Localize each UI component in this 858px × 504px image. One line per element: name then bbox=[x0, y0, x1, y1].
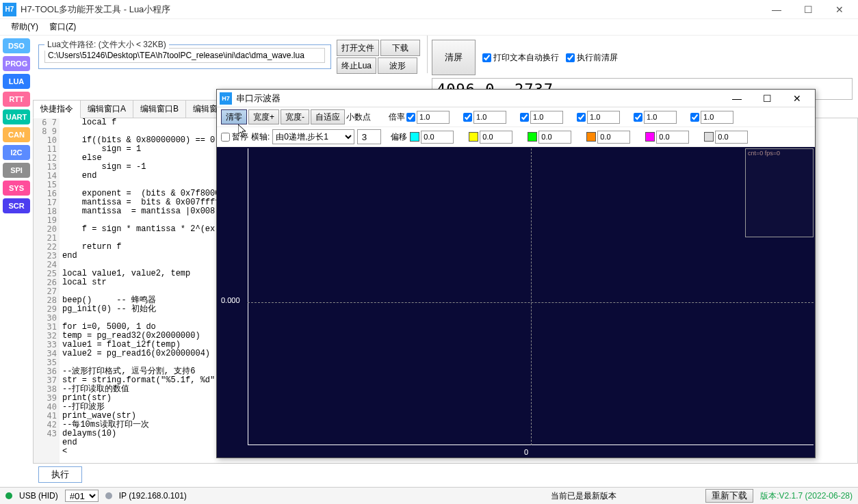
osc-ch4-rate[interactable] bbox=[587, 111, 620, 124]
side-btn-i2c[interactable]: I2C bbox=[3, 145, 30, 160]
tab-0[interactable]: 快捷指令 bbox=[33, 100, 81, 118]
minimize-button[interactable]: — bbox=[761, 0, 792, 19]
side-btn-can[interactable]: CAN bbox=[3, 127, 30, 142]
ip-status-icon bbox=[105, 492, 112, 499]
osc-ch2-rate[interactable] bbox=[473, 111, 506, 124]
osc-close-button[interactable]: ✕ bbox=[782, 90, 812, 107]
osc-ch2-swatch bbox=[469, 132, 478, 142]
osc-ch6-enable[interactable] bbox=[690, 113, 699, 122]
osc-ch5-enable[interactable] bbox=[634, 113, 642, 122]
osc-titlebar: H7 串口示波器 — ☐ ✕ bbox=[217, 90, 815, 107]
usb-status-label: USB (HID) bbox=[19, 491, 58, 501]
osc-ch4-enable[interactable] bbox=[577, 113, 586, 122]
close-button[interactable]: ✕ bbox=[824, 0, 855, 19]
clear-before-run-checkbox[interactable]: 执行前清屏 bbox=[566, 52, 618, 64]
stop-lua-button[interactable]: 终止Lua bbox=[337, 57, 376, 74]
menu-bar: 帮助(Y) 窗口(Z) bbox=[0, 19, 858, 36]
osc-minimize-button[interactable]: — bbox=[722, 90, 752, 107]
osc-decimal-label: 小数点 bbox=[346, 111, 371, 123]
ip-label: IP (192.168.0.101) bbox=[119, 491, 187, 501]
app-icon: H7 bbox=[3, 3, 16, 16]
open-file-button[interactable]: 打开文件 bbox=[337, 40, 379, 56]
osc-auto-button[interactable]: 自适应 bbox=[311, 109, 345, 124]
osc-ch1-swatch bbox=[410, 132, 419, 142]
side-btn-prog[interactable]: PROG bbox=[3, 56, 30, 71]
version-label: 版本:V2.1.7 (2022-06-28) bbox=[760, 490, 853, 502]
side-toolbar: DSOPROGLUARTTUARTCANI2CSPISYSSCR bbox=[0, 36, 33, 486]
osc-toolbar-row1: 清零 宽度+ 宽度- 自适应 小数点 倍率 bbox=[217, 107, 815, 127]
osc-xaxis-select[interactable]: 由0递增,步长1 bbox=[272, 129, 354, 144]
clear-output-button[interactable]: 清屏 bbox=[432, 40, 476, 75]
osc-xaxis-label: 横轴: bbox=[251, 131, 270, 143]
latest-version-label: 当前已是最新版本 bbox=[551, 490, 616, 502]
osc-ch5-swatch bbox=[645, 132, 655, 142]
osc-ch4-offset[interactable] bbox=[597, 131, 630, 144]
osc-ch5-rate[interactable] bbox=[644, 111, 677, 124]
osc-app-icon: H7 bbox=[220, 92, 232, 105]
osc-ch2-offset[interactable] bbox=[480, 131, 512, 144]
osc-rate-label: 倍率 bbox=[389, 111, 405, 123]
line-number-gutter: 6 7 8 9 10 11 12 13 14 15 16 17 18 19 20… bbox=[34, 118, 60, 463]
autowrap-checkbox[interactable]: 打印文本自动换行 bbox=[482, 52, 559, 64]
tab-2[interactable]: 编辑窗口B bbox=[133, 100, 186, 118]
side-btn-sys[interactable]: SYS bbox=[3, 181, 30, 196]
device-id-select[interactable]: #01 bbox=[65, 490, 99, 502]
osc-offset-label: 偏移 bbox=[391, 131, 407, 143]
side-btn-dso[interactable]: DSO bbox=[3, 38, 30, 53]
osc-legend: cnt=0 fps=0 bbox=[745, 148, 814, 237]
side-btn-uart[interactable]: UART bbox=[3, 109, 30, 124]
osc-width-minus-button[interactable]: 宽度- bbox=[281, 109, 309, 124]
side-btn-spi[interactable]: SPI bbox=[3, 163, 30, 178]
window-titlebar: H7 H7-TOOL多功能开发工具 - Lua小程序 — ☐ ✕ bbox=[0, 0, 858, 19]
menu-help[interactable]: 帮助(Y) bbox=[5, 20, 44, 34]
wave-button[interactable]: 波形 bbox=[378, 57, 417, 74]
side-btn-scr[interactable]: SCR bbox=[3, 198, 30, 213]
tab-1[interactable]: 编辑窗口A bbox=[80, 100, 133, 118]
osc-maximize-button[interactable]: ☐ bbox=[752, 90, 782, 107]
osc-ch3-offset[interactable] bbox=[538, 131, 571, 144]
lua-file-frame: Lua文件路径: (文件大小 < 32KB) bbox=[38, 44, 331, 69]
osc-ch6-swatch bbox=[704, 132, 714, 142]
osc-ch6-rate[interactable] bbox=[701, 111, 733, 124]
side-btn-lua[interactable]: LUA bbox=[3, 74, 30, 89]
osc-x-label: 0 bbox=[524, 448, 528, 456]
osc-zero-button[interactable]: 清零 bbox=[221, 109, 247, 124]
window-title: H7-TOOL多功能开发工具 - Lua小程序 bbox=[21, 3, 761, 16]
file-frame-label: Lua文件路径: (文件大小 < 32KB) bbox=[44, 39, 169, 51]
osc-width-plus-button[interactable]: 宽度+ bbox=[248, 109, 279, 124]
side-btn-rtt[interactable]: RTT bbox=[3, 92, 30, 107]
oscilloscope-window: H7 串口示波器 — ☐ ✕ 清零 宽度+ 宽度- 自适应 小数点 倍率 暂停 … bbox=[216, 89, 816, 458]
osc-ch1-enable[interactable] bbox=[406, 113, 415, 122]
osc-ch3-swatch bbox=[528, 132, 537, 142]
osc-ch5-offset[interactable] bbox=[656, 131, 689, 144]
osc-ch4-swatch bbox=[586, 132, 596, 142]
osc-pause-checkbox[interactable]: 暂停 bbox=[221, 131, 248, 143]
download-button[interactable]: 下载 bbox=[380, 40, 420, 56]
osc-ch3-enable[interactable] bbox=[520, 113, 529, 122]
status-bar: USB (HID) #01 IP (192.168.0.101) 当前已是最新版… bbox=[0, 487, 858, 504]
usb-status-icon bbox=[5, 492, 12, 499]
menu-window[interactable]: 窗口(Z) bbox=[44, 20, 81, 34]
maximize-button[interactable]: ☐ bbox=[792, 0, 824, 19]
osc-ch1-offset[interactable] bbox=[421, 131, 454, 144]
execute-button[interactable]: 执行 bbox=[38, 466, 82, 483]
osc-plot-area[interactable]: 0.000 0 cnt=0 fps=0 bbox=[217, 147, 815, 457]
osc-ch2-enable[interactable] bbox=[463, 113, 472, 122]
osc-title: 串口示波器 bbox=[236, 92, 722, 105]
osc-decimal-input[interactable] bbox=[357, 129, 381, 144]
osc-ch1-rate[interactable] bbox=[417, 111, 450, 124]
osc-ch3-rate[interactable] bbox=[530, 111, 563, 124]
osc-ch6-offset[interactable] bbox=[715, 131, 748, 144]
osc-y-label: 0.000 bbox=[221, 296, 240, 304]
osc-toolbar-row2: 暂停 横轴: 由0递增,步长1 偏移 bbox=[217, 127, 815, 147]
redownload-button[interactable]: 重新下载 bbox=[705, 489, 753, 503]
